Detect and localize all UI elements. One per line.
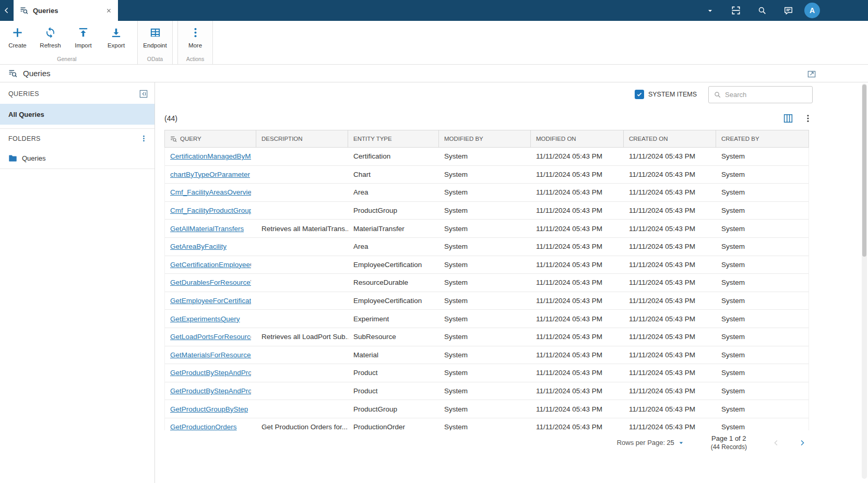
cell-created-on: 11/11/2024 05:43 PM — [624, 382, 716, 400]
table-row[interactable]: CertificationManagedByMeQ Certification … — [165, 148, 808, 166]
close-icon[interactable] — [104, 6, 113, 15]
table-row[interactable]: chartByTypeOrParameter Chart System 11/1… — [165, 166, 808, 184]
query-link[interactable]: GetAllMaterialTransfers — [170, 225, 244, 233]
query-link[interactable]: GetProductGroupByStep — [170, 405, 248, 413]
table-row[interactable]: GetProductByStepAndProdu Product System … — [165, 364, 808, 382]
cell-created-on: 11/11/2024 05:43 PM — [624, 238, 716, 256]
table-row[interactable]: GetAllMaterialTransfers Retrieves all Ma… — [165, 220, 808, 238]
search-icon[interactable] — [749, 0, 775, 21]
table-row[interactable]: GetLoadPortsForResourceV Retrieves all L… — [165, 328, 808, 346]
column-header-label: QUERY — [180, 136, 201, 142]
table-row[interactable]: GetProductByStepAndProdu Product System … — [165, 382, 808, 401]
column-header-entity-type[interactable]: ENTITY TYPE — [348, 130, 439, 147]
table-row[interactable]: GetMaterialsForResourceBy Material Syste… — [165, 346, 808, 365]
query-link[interactable]: Cmf_FacilityAreasOverviewD — [170, 188, 251, 196]
column-header-query[interactable]: QUERY — [165, 130, 256, 147]
ribbon-group-actions: More Actions — [177, 21, 213, 64]
table-row[interactable]: GetEmployeeForCertificatio EmployeeCerti… — [165, 292, 808, 310]
cell-modified-by: System — [439, 256, 531, 274]
column-chooser-icon[interactable] — [782, 113, 794, 124]
query-link[interactable]: GetProductionOrders — [170, 423, 237, 430]
cell-modified-by: System — [439, 148, 531, 165]
folder-icon — [8, 154, 17, 163]
cell-modified-on: 11/11/2024 05:43 PM — [531, 364, 624, 382]
table-row[interactable]: GetExperimentsQuery Experiment System 11… — [165, 310, 808, 328]
scrollbar-thumb[interactable] — [862, 84, 866, 257]
cell-created-by: System — [716, 238, 809, 256]
query-link[interactable]: CertificationManagedByMeQ — [170, 152, 251, 160]
query-link[interactable]: chartByTypeOrParameter — [170, 171, 250, 178]
chevron-down-icon[interactable] — [697, 0, 723, 21]
check-icon — [636, 91, 643, 98]
collapse-panel-icon[interactable] — [139, 90, 148, 98]
cell-created-by: System — [716, 184, 809, 201]
chevron-down-icon — [677, 439, 685, 446]
query-link[interactable]: GetAreaByFacility — [170, 243, 227, 250]
cell-modified-by: System — [439, 166, 531, 184]
prev-page-icon[interactable] — [769, 436, 783, 450]
table-row[interactable]: GetDurablesForResourceVie ResourceDurabl… — [165, 274, 808, 292]
back-chevron-icon[interactable] — [0, 0, 14, 21]
table-grid-icon — [149, 27, 161, 39]
query-link[interactable]: GetLoadPortsForResourceV — [170, 333, 251, 341]
next-page-icon[interactable] — [795, 436, 810, 450]
export-button[interactable]: Export — [100, 26, 133, 50]
sidebar-item-all-queries[interactable]: All Queries — [0, 104, 154, 125]
expand-panel-icon[interactable] — [807, 69, 816, 78]
table-row[interactable]: GetAreaByFacility Area System 11/11/2024… — [165, 238, 808, 256]
column-header-modified-on[interactable]: MODIFIED ON — [531, 130, 624, 147]
endpoint-button[interactable]: Endpoint — [138, 26, 172, 50]
avatar[interactable]: A — [804, 3, 820, 18]
cell-created-by: System — [716, 202, 809, 220]
create-button[interactable]: Create — [1, 26, 34, 50]
cell-created-on: 11/11/2024 05:43 PM — [624, 202, 716, 220]
query-link[interactable]: Cmf_FacilityProductGroupsO — [170, 207, 251, 214]
cell-entity-type: Chart — [348, 166, 439, 184]
cell-description — [256, 184, 348, 201]
query-link[interactable]: GetProductByStepAndProdu — [170, 387, 251, 395]
system-items-checkbox[interactable] — [635, 90, 644, 99]
refresh-button[interactable]: Refresh — [34, 26, 67, 50]
vertical-scrollbar[interactable] — [862, 83, 867, 479]
table-row[interactable]: GetCertificationEmployeeQu EmployeeCerti… — [165, 256, 808, 274]
cell-description — [256, 274, 348, 292]
more-button[interactable]: More — [178, 26, 212, 50]
cell-created-on: 11/11/2024 05:43 PM — [624, 346, 716, 364]
folders-options-ellipsis-icon[interactable] — [140, 135, 148, 142]
cell-created-by: System — [716, 346, 809, 364]
column-header-label: MODIFIED ON — [536, 136, 576, 142]
table-row[interactable]: GetProductGroupByStep ProductGroup Syste… — [165, 400, 808, 418]
column-header-created-on[interactable]: CREATED ON — [624, 130, 716, 147]
cell-description — [256, 166, 348, 184]
chat-icon[interactable] — [775, 0, 801, 21]
cell-entity-type: ResourceDurable — [348, 274, 439, 292]
table-options-ellipsis-icon[interactable] — [803, 114, 813, 123]
column-header-description[interactable]: DESCRIPTION — [256, 130, 348, 147]
search-input[interactable] — [725, 91, 807, 99]
query-link[interactable]: GetDurablesForResourceVie — [170, 279, 251, 286]
cell-description — [256, 382, 348, 400]
column-header-created-by[interactable]: CREATED BY — [716, 130, 810, 147]
query-link[interactable]: GetProductByStepAndProdu — [170, 369, 251, 377]
query-link[interactable]: GetCertificationEmployeeQu — [170, 261, 251, 269]
sidebar-item-queries-folder[interactable]: Queries — [0, 148, 154, 169]
page-label: Page 1 of 2 — [711, 434, 747, 443]
column-header-label: MODIFIED BY — [444, 136, 483, 142]
search-box[interactable] — [708, 86, 813, 103]
cell-created-by: System — [716, 256, 809, 274]
import-button[interactable]: Import — [67, 26, 100, 50]
table-row[interactable]: Cmf_FacilityAreasOverviewD Area System 1… — [165, 184, 808, 202]
query-link[interactable]: GetExperimentsQuery — [170, 315, 240, 323]
column-header-modified-by[interactable]: MODIFIED BY — [439, 130, 531, 147]
tab-queries[interactable]: Queries — [14, 0, 118, 21]
cell-created-on: 11/11/2024 05:43 PM — [624, 292, 716, 310]
table-row[interactable]: Cmf_FacilityProductGroupsO ProductGroup … — [165, 202, 808, 220]
scan-icon[interactable] — [723, 0, 749, 21]
cell-entity-type: Experiment — [348, 310, 439, 328]
rows-per-page[interactable]: Rows per Page: 25 — [617, 439, 685, 446]
query-link[interactable]: GetMaterialsForResourceBy — [170, 351, 251, 359]
table-row[interactable]: GetProductionOrders Get Production Order… — [165, 418, 808, 430]
cell-modified-by: System — [439, 220, 531, 237]
query-link[interactable]: GetEmployeeForCertificatio — [170, 297, 251, 305]
cell-modified-on: 11/11/2024 05:43 PM — [531, 220, 624, 237]
